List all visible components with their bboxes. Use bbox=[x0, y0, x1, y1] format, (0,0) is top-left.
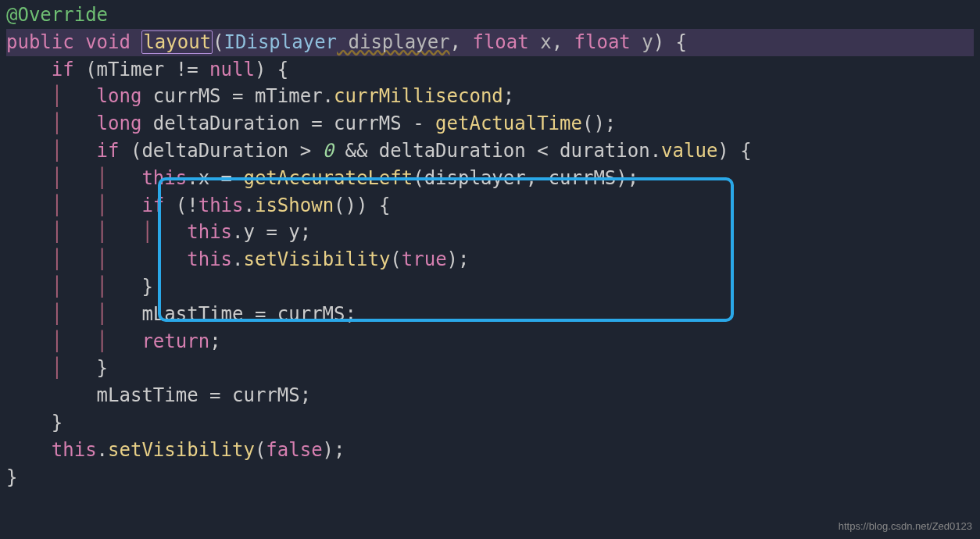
keyword-if: if bbox=[52, 59, 74, 80]
end: ) { bbox=[717, 140, 751, 162]
number-zero: 0 bbox=[323, 140, 334, 162]
keyword-false: false bbox=[266, 439, 322, 461]
end: ); bbox=[447, 248, 470, 270]
code-line-13: │ │ return; bbox=[6, 328, 974, 355]
code-line-4: │ long currMS = mTimer.currMillisecond; bbox=[6, 83, 974, 110]
lparen: ( bbox=[213, 31, 224, 53]
code-line-12: │ │ mLastTime = currMS; bbox=[6, 301, 974, 328]
keyword-if: if bbox=[97, 140, 120, 162]
code-line-2: public void layout(IDisplayer displayer,… bbox=[6, 29, 974, 56]
code-line-17: this.setVisibility(false); bbox=[6, 437, 974, 464]
keyword-null: null bbox=[209, 59, 255, 80]
code-line-11: │ │ } bbox=[6, 273, 974, 301]
method: getActualTime bbox=[435, 112, 582, 134]
type-float1: float bbox=[472, 31, 528, 53]
keyword-true: true bbox=[402, 248, 447, 270]
code-line-1: @Override bbox=[6, 2, 974, 29]
code-line-7: │ │ this.x = getAccurateLeft(displayer, … bbox=[6, 165, 974, 192]
end: ); bbox=[323, 439, 345, 461]
code-line-15: mLastTime = currMS; bbox=[6, 382, 974, 409]
indent-guide3 bbox=[141, 248, 152, 270]
indent-guide2: │ bbox=[97, 248, 108, 270]
indent-guide2: │ bbox=[97, 330, 108, 352]
code-line-16: } bbox=[6, 409, 974, 437]
keyword-this: this bbox=[141, 167, 187, 189]
end: (); bbox=[582, 112, 616, 134]
method: isShown bbox=[255, 195, 334, 216]
indent-guide2: │ bbox=[97, 276, 108, 298]
keyword-void: void bbox=[85, 31, 131, 53]
method: getAccurateLeft bbox=[243, 167, 413, 189]
indent-guide: │ bbox=[52, 248, 63, 270]
dot: . bbox=[232, 248, 243, 270]
indent-guide bbox=[52, 384, 63, 406]
dotx: .x = bbox=[187, 167, 243, 189]
cond-mid: && deltaDuration < duration. bbox=[334, 140, 661, 162]
keyword-long: long bbox=[97, 85, 142, 107]
indent-guide2: │ bbox=[97, 303, 108, 325]
indent-guide: │ bbox=[52, 167, 63, 189]
lparen: ( bbox=[255, 439, 266, 461]
indent-guide: │ bbox=[52, 330, 63, 352]
brace: } bbox=[6, 466, 17, 488]
indent-guide: │ bbox=[52, 303, 63, 325]
param-x: x bbox=[529, 31, 552, 53]
code-line-18: } bbox=[6, 464, 974, 491]
keyword-this: this bbox=[187, 248, 232, 270]
keyword-public: public bbox=[6, 31, 74, 53]
dot: . bbox=[243, 195, 254, 216]
args: (displayer, currMS); bbox=[413, 167, 638, 189]
member: currMillisecond bbox=[334, 85, 503, 107]
keyword-long: long bbox=[97, 112, 142, 134]
keyword-if: if bbox=[141, 195, 164, 216]
indent-guide: │ bbox=[52, 221, 63, 243]
rparen-brace: ) { bbox=[653, 31, 687, 53]
code-line-5: │ long deltaDuration = currMS - getActua… bbox=[6, 110, 974, 137]
end: ; bbox=[503, 85, 514, 107]
indent-guide3: │ bbox=[141, 221, 152, 243]
indent-guide: │ bbox=[52, 112, 63, 134]
dot: . bbox=[97, 439, 108, 461]
method: setVisibility bbox=[108, 439, 255, 461]
var: currMS = mTimer. bbox=[141, 85, 334, 107]
code-line-3: if (mTimer != null) { bbox=[6, 56, 974, 84]
method-name-layout: layout bbox=[141, 30, 213, 54]
indent-guide: │ bbox=[52, 357, 63, 379]
code-line-14: │ } bbox=[6, 355, 974, 382]
brace: } bbox=[97, 357, 108, 379]
rest: .y = y; bbox=[232, 221, 311, 243]
watermark: https://blog.csdn.net/Zed0123 bbox=[839, 519, 972, 534]
text: mLastTime = currMS; bbox=[97, 384, 312, 406]
code-editor: @Override public void layout(IDisplayer … bbox=[6, 2, 974, 491]
type-idisplayer: IDisplayer bbox=[224, 31, 338, 53]
keyword-this: this bbox=[199, 195, 244, 216]
end: ) { bbox=[255, 59, 288, 80]
indent-guide2: │ bbox=[97, 195, 108, 216]
comma: , bbox=[450, 31, 473, 53]
code-line-8: │ │ if (!this.isShown()) { bbox=[6, 192, 974, 220]
comma2: , bbox=[552, 31, 574, 53]
brace: } bbox=[52, 412, 63, 434]
code-line-10: │ │ this.setVisibility(true); bbox=[6, 246, 974, 273]
pre: (! bbox=[164, 195, 198, 216]
end: ; bbox=[209, 330, 220, 352]
annotation: @Override bbox=[6, 4, 108, 26]
indent-guide: │ bbox=[52, 85, 63, 107]
text: mLastTime = currMS; bbox=[141, 303, 356, 325]
var: deltaDuration = currMS - bbox=[141, 112, 435, 134]
brace: } bbox=[141, 276, 152, 298]
lparen: ( bbox=[390, 248, 401, 270]
code-line-6: │ if (deltaDuration > 0 && deltaDuration… bbox=[6, 137, 974, 165]
type-float2: float bbox=[574, 31, 631, 53]
indent-guide: │ bbox=[52, 276, 63, 298]
code-line-9: │ │ │ this.y = y; bbox=[6, 219, 974, 246]
end: ()) { bbox=[334, 195, 390, 216]
indent-guide: │ bbox=[52, 140, 63, 162]
keyword-this: this bbox=[187, 221, 232, 243]
cond-pre: (deltaDuration > bbox=[120, 140, 323, 162]
keyword-return: return bbox=[141, 330, 209, 352]
method: setVisibility bbox=[243, 248, 390, 270]
indent-guide2: │ bbox=[97, 221, 108, 243]
param-y: y bbox=[631, 31, 653, 53]
keyword-this: this bbox=[52, 439, 97, 461]
